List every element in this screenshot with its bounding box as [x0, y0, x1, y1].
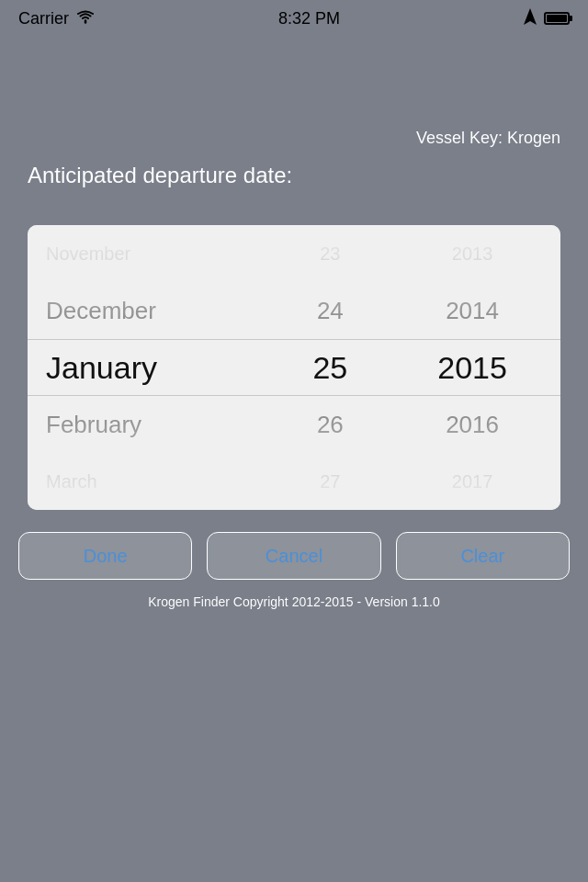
clear-button[interactable]: Clear [396, 532, 570, 580]
picker-day-column[interactable]: 23 24 25 26 27 [267, 225, 394, 510]
picker-day-item: 23 [267, 225, 394, 282]
picker-month-item: March [46, 453, 267, 510]
picker-year-item: 2016 [393, 396, 551, 453]
picker-columns: November December January February March [28, 225, 560, 510]
main-content: Vessel Key: Krogen Anticipated departure… [0, 37, 588, 225]
picker-month-column[interactable]: November December January February March [28, 225, 267, 510]
status-left: Carrier [18, 9, 95, 28]
picker-day-item: 26 [267, 396, 394, 453]
picker-year-item: 2013 [393, 225, 551, 282]
done-button[interactable]: Done [18, 532, 192, 580]
copyright-label: Krogen Finder Copyright 2012-2015 - Vers… [0, 594, 588, 609]
location-icon [524, 8, 537, 28]
battery-icon [544, 12, 570, 25]
picker-day-item: 24 [267, 282, 394, 339]
wifi-icon [76, 9, 95, 28]
picker-year-selected: 2015 [393, 339, 551, 396]
action-buttons: Done Cancel Clear [18, 532, 570, 580]
cancel-button[interactable]: Cancel [207, 532, 380, 580]
picker-day-selected: 25 [267, 339, 394, 396]
picker-year-item: 2014 [393, 282, 551, 339]
picker-day-item: 27 [267, 453, 394, 510]
picker-month-item: December [46, 282, 267, 339]
picker-month-selected: January [46, 339, 267, 396]
vessel-key-label: Vessel Key: Krogen [28, 129, 560, 148]
time-display: 8:32 PM [278, 9, 340, 28]
picker-month-item: November [46, 225, 267, 282]
date-picker[interactable]: November December January February March [28, 225, 560, 510]
picker-month-item: February [46, 396, 267, 453]
svg-marker-0 [524, 8, 537, 25]
status-right [524, 8, 570, 28]
picker-year-column[interactable]: 2013 2014 2015 2016 2017 [393, 225, 560, 510]
picker-year-item: 2017 [393, 453, 551, 510]
departure-date-label: Anticipated departure date: [28, 163, 560, 188]
carrier-label: Carrier [18, 9, 69, 28]
status-bar: Carrier 8:32 PM [0, 0, 588, 37]
